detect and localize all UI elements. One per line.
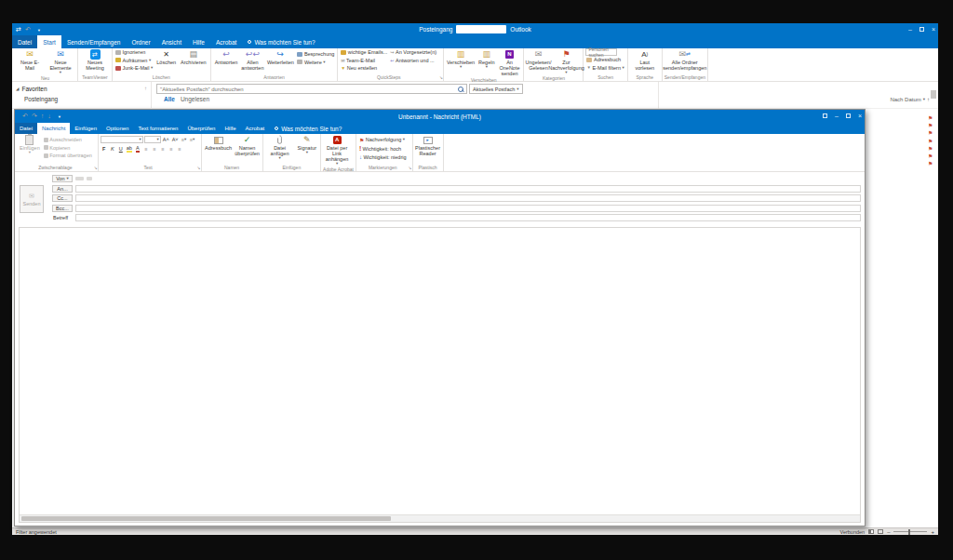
tab-ordner[interactable]: Ordner [126, 35, 155, 48]
signature-button[interactable]: ✎ Signatur ▾ [296, 134, 319, 154]
attach-file-button[interactable]: Datei anfügen ▾ [265, 134, 295, 160]
unread-read-button[interactable]: ✉ Ungelesen/ Gelesen [526, 48, 550, 71]
check-names-button[interactable]: ✓ Namen überprüfen [235, 134, 261, 156]
tab-nachricht[interactable]: Nachricht [37, 123, 70, 134]
font-size-select[interactable]: ▾ [144, 136, 161, 143]
align-center-button[interactable]: ≡ [151, 145, 158, 153]
tab-start[interactable]: Start [37, 35, 61, 48]
numbered-list-button[interactable]: ≡▾ [189, 136, 196, 143]
send-receive-icon[interactable]: ⇄ [16, 23, 21, 35]
low-importance-button[interactable]: ↓ Wichtigkeit: niedrig [358, 153, 408, 162]
send-button[interactable]: ✉ Senden [20, 185, 44, 213]
search-input[interactable]: "Aktuelles Postfach" durchsuchen [156, 84, 467, 94]
high-importance-button[interactable]: ! Wichtigkeit: hoch [358, 145, 408, 153]
follow-up-button[interactable]: ⚑ Nachverfolgung▾ [358, 136, 408, 144]
tab-ansicht[interactable]: Ansicht [156, 35, 187, 48]
format-painter-button[interactable]: Format übertragen [43, 152, 93, 160]
new-meeting-button[interactable]: ⇄ Neues Meeting [80, 48, 110, 71]
zoom-out-icon[interactable]: – [887, 529, 890, 535]
close-icon[interactable]: × [932, 23, 935, 35]
forward-button[interactable]: ↪ Weiterleiten [265, 48, 295, 65]
zoom-slider[interactable] [893, 531, 927, 533]
bold-button[interactable]: F [101, 145, 108, 153]
quickstep-create-new[interactable]: ▼ Neu erstellen [340, 64, 388, 73]
move-button[interactable]: ▥ Verschieben ▾ [446, 48, 476, 69]
to-button[interactable]: An... [52, 185, 73, 193]
more-respond-button[interactable]: Weitere▾ [296, 59, 335, 67]
tab-hilfe[interactable]: Hilfe [187, 35, 210, 48]
pin-icon[interactable]: ↑ [144, 86, 147, 91]
address-book-button[interactable]: Adressbuch [204, 134, 234, 151]
tab-ueberpruefen[interactable]: Überprüfen [182, 123, 220, 134]
followup-button[interactable]: ⚑ Zur Nachverfolgung ▾ [551, 48, 581, 74]
grow-font-button[interactable]: A˄ [162, 136, 170, 143]
to-field[interactable] [75, 185, 861, 193]
onenote-button[interactable]: N An OneNote senden [497, 48, 521, 76]
font-color-button[interactable]: A [134, 145, 141, 153]
filter-tab-ungelesen[interactable]: Ungelesen [181, 96, 209, 102]
tags-dialog-launcher-icon[interactable]: ↘ [409, 166, 412, 170]
maximize-icon[interactable] [919, 27, 924, 32]
tab-hilfe[interactable]: Hilfe [220, 123, 240, 134]
sidebar-item-posteingang[interactable]: Posteingang [16, 93, 147, 102]
minimize-icon[interactable]: – [835, 110, 839, 122]
ribbon-display-options-icon[interactable] [823, 113, 827, 118]
cc-field[interactable] [75, 194, 861, 202]
find-people-box[interactable]: Personen suchen [585, 48, 617, 56]
new-items-button[interactable]: ✉ Neue Elemente ▾ [46, 48, 75, 74]
zoom-slider-thumb[interactable] [908, 529, 910, 535]
shrink-font-button[interactable]: A˅ [171, 136, 180, 143]
tab-optionen[interactable]: Optionen [101, 123, 133, 134]
clipboard-dialog-launcher-icon[interactable]: ↘ [94, 166, 98, 170]
quickstep-reply-delete[interactable]: ↩ Antworten und ... [389, 57, 437, 65]
paste-button[interactable]: Einfügen ▾ [18, 134, 42, 154]
next-item-icon[interactable]: ↓ [47, 110, 51, 122]
bullet-list-button[interactable]: ≡▾ [181, 136, 188, 143]
redo-icon[interactable]: ↷ [32, 110, 37, 122]
minimize-icon[interactable]: – [908, 23, 912, 35]
highlight-color-button[interactable]: ab [126, 145, 133, 153]
meeting-button[interactable]: Besprechung [296, 50, 335, 59]
undo-icon[interactable]: ↶ [25, 23, 31, 35]
copy-button[interactable]: Kopieren [43, 144, 93, 153]
underline-button[interactable]: U [117, 145, 125, 153]
tab-text-formatieren[interactable]: Text formatieren [133, 123, 182, 134]
maximize-icon[interactable] [846, 113, 851, 118]
horizontal-scrollbar[interactable] [20, 514, 860, 522]
italic-button[interactable]: K [109, 145, 116, 153]
rules-button[interactable]: ▥ Regeln ▾ [476, 48, 496, 69]
delete-button[interactable]: ✕ Löschen [154, 48, 178, 65]
tab-datei[interactable]: Datei [15, 123, 37, 134]
search-scope-dropdown[interactable]: Aktuelles Postfach ▾ [469, 84, 523, 94]
subject-field[interactable] [75, 214, 861, 221]
reply-all-button[interactable]: ↩↩ Allen antworten [240, 48, 264, 71]
reading-view-icon[interactable] [868, 529, 874, 534]
increase-indent-button[interactable]: ≡ [176, 145, 183, 153]
horizontal-scrollbar-thumb[interactable] [21, 516, 391, 521]
sort-direction-icon[interactable]: ↑ [927, 97, 930, 102]
close-icon[interactable]: × [858, 110, 862, 122]
quickstep-to-manager[interactable]: ↪ An Vorgesetzte(n) [389, 48, 437, 57]
flag-icon[interactable]: ⚑ [928, 153, 933, 159]
bcc-button[interactable]: Bcc... [52, 205, 73, 212]
flag-icon[interactable]: ⚑ [928, 139, 933, 144]
bcc-field[interactable] [75, 205, 861, 212]
archive-button[interactable]: ▤ Archivieren [179, 48, 208, 65]
flag-icon[interactable]: ⚑ [928, 130, 933, 136]
tellme-box[interactable]: Was möchten Sie tun? [242, 35, 320, 48]
junk-button[interactable]: Junk-E-Mail▾ [114, 64, 154, 73]
qat-customize-chevron-icon[interactable]: ▾ [38, 23, 40, 35]
quickstep-important-mails[interactable]: wichtige Emails... [340, 48, 388, 57]
qat-customize-chevron-icon[interactable]: ▾ [59, 110, 60, 122]
tab-acrobat[interactable]: Acrobat [210, 35, 242, 48]
message-body[interactable] [20, 228, 860, 514]
from-button[interactable]: Von ▾ [52, 175, 73, 182]
quicksteps-dialog-launcher-icon[interactable]: ↘ [439, 75, 443, 80]
attach-as-link-button[interactable]: A Datei per Link anhängen ▾ [323, 134, 351, 166]
flag-icon[interactable]: ⚑ [928, 161, 933, 167]
align-left-button[interactable]: ≡ [142, 145, 150, 153]
normal-view-icon[interactable] [878, 529, 883, 534]
read-aloud-button[interactable]: A) Laut vorlesen [630, 48, 660, 71]
zoom-in-icon[interactable]: + [931, 529, 934, 535]
cleanup-button[interactable]: Aufräumen▾ [114, 57, 154, 65]
